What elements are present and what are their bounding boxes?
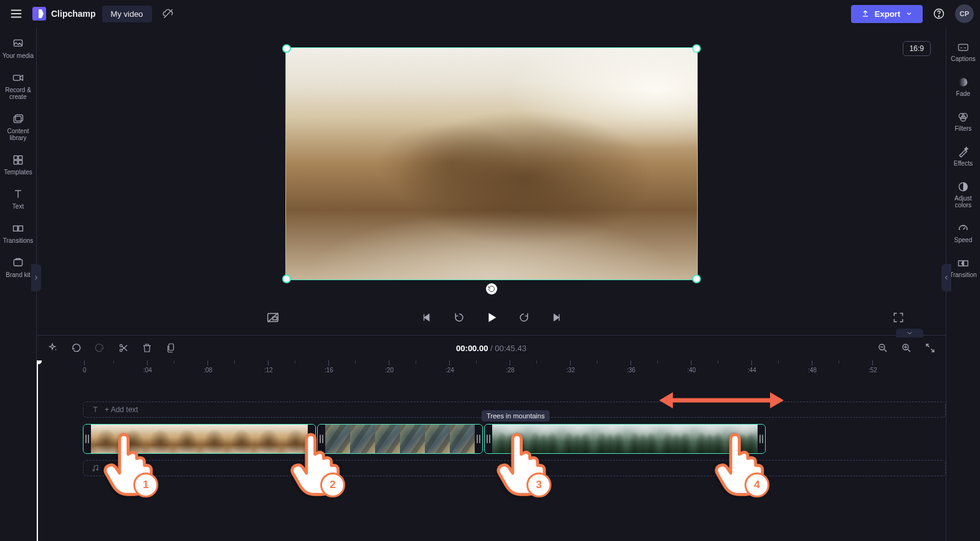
skip-end-button[interactable]	[548, 309, 565, 326]
skip-start-button[interactable]	[418, 309, 435, 326]
svg-line-32	[908, 349, 910, 352]
rotate-handle[interactable]	[486, 283, 497, 294]
step-forward-button[interactable]	[515, 309, 533, 326]
left-sidebar: Your media Record & create Content libra…	[0, 27, 37, 541]
clip-trim-left[interactable]	[83, 425, 91, 453]
effects-icon	[957, 146, 969, 158]
brand-name: Clipchamp	[51, 9, 96, 19]
resize-handle-tr[interactable]	[692, 44, 701, 53]
duplicate-button[interactable]	[164, 341, 178, 355]
svg-rect-46	[964, 261, 968, 266]
resize-handle-br[interactable]	[692, 275, 701, 283]
sidebar-item-record-create[interactable]: Record & create	[1, 67, 36, 105]
zoom-in-button[interactable]	[900, 341, 913, 355]
media-icon	[12, 37, 24, 50]
preview-canvas[interactable]	[285, 47, 698, 280]
clip-rivers[interactable]	[317, 424, 483, 454]
audio-icon	[91, 464, 100, 473]
contrast-icon	[957, 181, 969, 193]
sidebar-item-captions[interactable]: Captions	[947, 36, 979, 67]
brand[interactable]: Clipchamp	[32, 7, 96, 21]
undo-button[interactable]	[69, 341, 83, 355]
svg-rect-14	[14, 226, 18, 231]
picture-in-picture-off-icon[interactable]	[264, 309, 282, 326]
svg-rect-13	[19, 161, 22, 164]
timeline-ruler[interactable]: 0 :04:08:12:16:20:24:28:32:36:40:44:48:5…	[83, 360, 946, 377]
text-icon	[12, 188, 24, 200]
playhead[interactable]	[37, 360, 38, 541]
playback-controls	[37, 300, 946, 335]
svg-marker-20	[424, 314, 429, 321]
sidebar-item-transition[interactable]: Transition	[947, 252, 979, 283]
audio-track[interactable]: + Add audio	[83, 460, 946, 476]
sidebar-item-fade[interactable]: Fade	[947, 71, 979, 102]
chevron-down-icon	[905, 10, 913, 17]
svg-point-40	[959, 78, 967, 86]
svg-marker-22	[488, 313, 496, 322]
timeline-panel: 00:00.00 / 00:45.43 0 :04:08:12:16:20:24…	[37, 335, 946, 541]
sidebar-item-transitions[interactable]: Transitions	[1, 217, 36, 249]
transition-icon	[957, 257, 969, 270]
filters-icon	[957, 111, 969, 123]
svg-rect-15	[19, 226, 23, 231]
resize-handle-tl[interactable]	[282, 44, 291, 53]
svg-rect-27	[169, 344, 174, 350]
sidebar-item-speed[interactable]: Speed	[947, 217, 979, 248]
sidebar-item-adjust-colors[interactable]: Adjust colors	[947, 176, 979, 214]
svg-rect-11	[19, 156, 22, 159]
fullscreen-button[interactable]	[890, 309, 907, 326]
cloud-sync-off-icon[interactable]	[158, 4, 178, 24]
clip-tooltip: Trees in mountains	[482, 410, 549, 421]
sidebar-item-your-media[interactable]: Your media	[1, 32, 36, 64]
ai-sparkle-button[interactable]	[45, 341, 59, 355]
sidebar-item-brand-kit[interactable]: Brand kit	[1, 252, 36, 283]
redo-button	[93, 341, 107, 355]
video-track[interactable]: Trees in mountains	[83, 424, 946, 454]
project-title[interactable]: My video	[102, 6, 152, 22]
right-sidebar-expand[interactable]	[941, 264, 951, 291]
clip-trim-right[interactable]	[308, 425, 315, 453]
transitions-icon	[12, 222, 24, 235]
svg-rect-12	[14, 161, 17, 164]
sidebar-item-effects[interactable]: Effects	[947, 141, 979, 172]
svg-marker-23	[554, 314, 559, 321]
camera-icon	[12, 72, 24, 84]
clip-desert[interactable]	[83, 424, 316, 454]
fit-timeline-button[interactable]	[923, 341, 937, 355]
play-button[interactable]	[483, 309, 500, 326]
menu-button[interactable]	[6, 4, 26, 24]
sidebar-item-templates[interactable]: Templates	[1, 149, 36, 181]
delete-button[interactable]	[140, 341, 154, 355]
fade-icon	[957, 76, 969, 88]
svg-rect-16	[14, 260, 22, 266]
text-icon	[91, 405, 100, 414]
svg-point-37	[93, 469, 94, 471]
timeline-tracks[interactable]: 0 :04:08:12:16:20:24:28:32:36:40:44:48:5…	[37, 360, 946, 541]
split-button[interactable]	[117, 341, 130, 355]
timecode: 00:00.00 / 00:45.43	[456, 344, 526, 353]
clip-trim-left[interactable]	[485, 425, 492, 453]
svg-rect-39	[959, 44, 968, 50]
svg-point-5	[938, 16, 939, 17]
clip-trim-left[interactable]	[318, 425, 325, 453]
sidebar-item-text[interactable]: Text	[1, 183, 36, 215]
clip-trim-right[interactable]	[758, 425, 765, 453]
svg-rect-8	[14, 116, 21, 123]
svg-rect-9	[16, 115, 23, 121]
help-button[interactable]	[929, 4, 949, 24]
sidebar-item-content-library[interactable]: Content library	[1, 108, 36, 146]
zoom-out-button[interactable]	[876, 341, 890, 355]
sidebar-item-filters[interactable]: Filters	[947, 106, 979, 137]
aspect-ratio-button[interactable]: 16:9	[903, 41, 931, 56]
clip-trim-right[interactable]	[475, 425, 482, 453]
timeline-toolbar: 00:00.00 / 00:45.43	[37, 336, 946, 360]
export-button[interactable]: Export	[851, 5, 923, 23]
svg-point-38	[97, 469, 98, 470]
step-back-button[interactable]	[450, 309, 468, 326]
svg-rect-10	[14, 156, 17, 159]
svg-rect-7	[14, 75, 21, 80]
clip-trees[interactable]	[484, 424, 766, 454]
resize-handle-bl[interactable]	[282, 275, 291, 283]
svg-line-29	[884, 349, 887, 352]
user-avatar[interactable]: CP	[955, 4, 974, 23]
